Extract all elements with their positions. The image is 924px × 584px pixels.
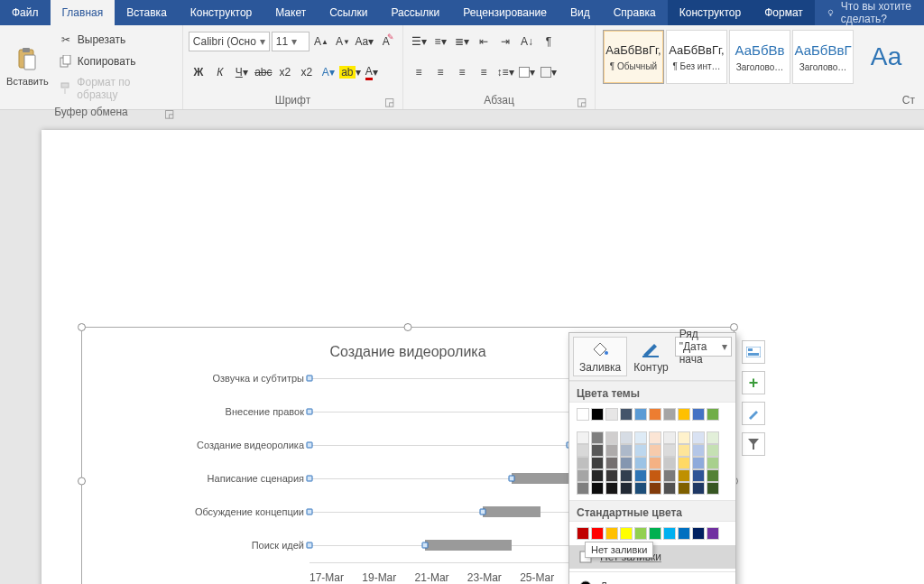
series-combo[interactable]: Ряд "Дата нача▾ (675, 337, 732, 357)
series-select-point[interactable] (307, 476, 313, 482)
strikethrough-button[interactable]: abc (254, 62, 273, 82)
indent-button[interactable]: ⇥ (495, 32, 515, 51)
color-swatch[interactable] (663, 444, 676, 457)
series-select-point[interactable] (307, 375, 313, 382)
color-swatch[interactable] (605, 457, 618, 469)
color-swatch[interactable] (663, 408, 676, 421)
color-swatch[interactable] (678, 431, 690, 444)
menu-insert[interactable]: Вставка (115, 0, 179, 25)
chart-layout-button[interactable] (742, 340, 765, 364)
align-right-button[interactable]: ≡ (452, 62, 472, 82)
menu-design[interactable]: Конструктор (179, 0, 263, 25)
font-launcher-icon[interactable]: ◲ (383, 96, 395, 107)
menu-chart-design[interactable]: Конструктор (668, 0, 753, 25)
borders-button[interactable]: ▾ (539, 62, 559, 82)
change-case-button[interactable]: Aa▾ (355, 32, 374, 51)
color-swatch[interactable] (649, 469, 661, 482)
chart-filter-button[interactable] (742, 432, 765, 456)
color-swatch[interactable] (620, 482, 633, 495)
paste-button[interactable]: Вставить (5, 28, 50, 104)
font-family-combo[interactable]: Calibri (Осно▾ (189, 32, 270, 51)
color-swatch[interactable] (634, 469, 647, 482)
color-swatch[interactable] (577, 431, 589, 444)
bullets-button[interactable]: ☰▾ (409, 32, 429, 51)
resize-handle[interactable] (730, 323, 738, 331)
color-swatch[interactable] (663, 527, 676, 540)
color-swatch[interactable] (649, 408, 661, 421)
color-swatch[interactable] (577, 527, 589, 540)
fill-tab-button[interactable]: Заливка (573, 337, 627, 376)
color-swatch[interactable] (577, 444, 589, 457)
color-swatch[interactable] (707, 469, 719, 482)
resize-handle[interactable] (78, 323, 86, 331)
format-painter-button[interactable]: Формат по образцу (53, 73, 177, 104)
color-swatch[interactable] (649, 457, 661, 469)
color-swatch[interactable] (591, 457, 604, 469)
outdent-button[interactable]: ⇤ (474, 32, 494, 51)
menu-home[interactable]: Главная (51, 0, 116, 25)
color-swatch[interactable] (577, 469, 589, 482)
superscript-button[interactable]: x2 (297, 62, 317, 82)
menu-view[interactable]: Вид (559, 0, 602, 25)
color-swatch[interactable] (707, 457, 719, 469)
chart-elements-button[interactable]: + (742, 371, 765, 394)
color-swatch[interactable] (649, 444, 661, 457)
color-swatch[interactable] (634, 527, 647, 540)
color-swatch[interactable] (591, 444, 604, 457)
justify-button[interactable]: ≡ (474, 62, 494, 82)
color-swatch[interactable] (620, 527, 633, 540)
menu-references[interactable]: Ссылки (318, 0, 379, 25)
color-swatch[interactable] (577, 408, 589, 421)
text-effects-button[interactable]: A▾ (319, 62, 338, 82)
color-swatch[interactable] (663, 469, 676, 482)
outline-tab-button[interactable]: Контур (627, 337, 674, 376)
color-swatch[interactable] (649, 527, 661, 540)
color-swatch[interactable] (605, 469, 618, 482)
clear-format-button[interactable]: A✎ (376, 32, 396, 51)
series-select-point[interactable] (307, 542, 313, 549)
bar-duration[interactable] (425, 540, 512, 551)
subscript-button[interactable]: x2 (275, 62, 295, 82)
resize-handle[interactable] (78, 477, 86, 486)
color-swatch[interactable] (692, 469, 705, 482)
numbering-button[interactable]: ≡▾ (430, 32, 450, 51)
color-swatch[interactable] (663, 457, 676, 469)
menu-file[interactable]: Файл (0, 0, 51, 25)
align-left-button[interactable]: ≡ (409, 62, 429, 82)
resize-handle[interactable] (404, 323, 412, 331)
color-swatch[interactable] (707, 527, 719, 540)
menu-chart-format[interactable]: Формат (753, 0, 815, 25)
color-swatch[interactable] (678, 527, 690, 540)
sort-button[interactable]: A↓ (517, 32, 537, 51)
color-swatch[interactable] (663, 431, 676, 444)
color-swatch[interactable] (620, 469, 633, 482)
series-select-point[interactable] (307, 409, 313, 415)
color-swatch[interactable] (678, 457, 690, 469)
color-swatch[interactable] (605, 482, 618, 495)
color-swatch[interactable] (707, 408, 719, 421)
color-swatch[interactable] (591, 482, 604, 495)
menu-mailings[interactable]: Рассылки (379, 0, 451, 25)
color-swatch[interactable] (634, 431, 647, 444)
shading-button[interactable]: ▾ (517, 62, 537, 82)
color-swatch[interactable] (577, 457, 589, 469)
color-swatch[interactable] (620, 444, 633, 457)
color-swatch[interactable] (678, 444, 690, 457)
chart-styles-button[interactable] (742, 402, 765, 425)
style-normal[interactable]: АаБбВвГг,¶ Обычный (603, 30, 664, 84)
color-swatch[interactable] (620, 431, 633, 444)
more-colors-item[interactable]: Другие цвета заливки… (569, 575, 735, 584)
series-select-point[interactable] (509, 476, 515, 482)
color-swatch[interactable] (605, 444, 618, 457)
color-swatch[interactable] (577, 482, 589, 495)
tell-me[interactable]: Что вы хотите сделать? (815, 0, 924, 25)
color-swatch[interactable] (620, 457, 633, 469)
series-select-point[interactable] (307, 442, 313, 449)
bold-button[interactable]: Ж (189, 62, 208, 82)
color-swatch[interactable] (634, 408, 647, 421)
style-nospacing[interactable]: АаБбВвГг,¶ Без инт… (666, 30, 727, 84)
color-swatch[interactable] (591, 431, 604, 444)
italic-button[interactable]: К (210, 62, 230, 82)
color-swatch[interactable] (605, 408, 618, 421)
color-swatch[interactable] (692, 408, 705, 421)
